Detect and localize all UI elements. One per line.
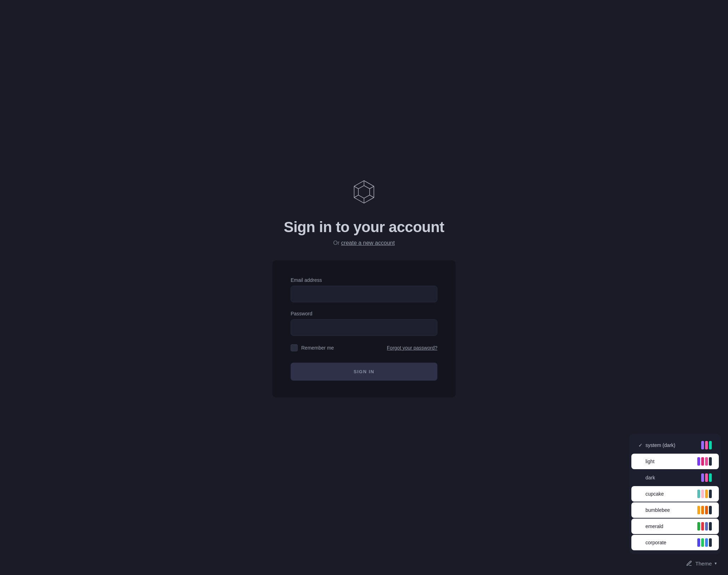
color-swatch [697, 538, 700, 547]
color-swatch [701, 522, 704, 531]
svg-line-7 [354, 186, 358, 189]
login-form-card: Email address Password Remember me Forgo… [272, 260, 456, 398]
password-group: Password [291, 311, 437, 336]
color-swatch [709, 522, 712, 531]
theme-panel: ✓system (dark)lightdarkcupcakebumblebeee… [629, 434, 721, 554]
subtitle-prefix: Or [333, 240, 341, 246]
theme-swatches [697, 522, 712, 531]
theme-item-label: bumblebee [644, 507, 697, 513]
theme-toggle-button[interactable]: Theme ▾ [682, 557, 721, 569]
email-group: Email address [291, 277, 437, 302]
password-input[interactable] [291, 319, 437, 336]
logo-container [350, 178, 378, 207]
color-swatch [705, 441, 708, 449]
color-swatch [697, 490, 700, 498]
theme-item-corporate[interactable]: corporate [631, 535, 719, 550]
theme-item-dark[interactable]: dark [631, 470, 719, 485]
color-swatch [709, 441, 712, 449]
theme-item-label: emerald [644, 523, 697, 529]
color-swatch [701, 538, 704, 547]
svg-marker-1 [358, 186, 370, 198]
color-swatch [705, 538, 708, 547]
color-swatch [697, 506, 700, 514]
svg-line-3 [370, 186, 374, 189]
theme-label: Theme [695, 561, 712, 567]
theme-item-system-dark[interactable]: ✓system (dark) [631, 437, 719, 453]
chevron-down-icon: ▾ [715, 561, 717, 566]
login-page: Sign in to your account Or create a new … [265, 164, 463, 412]
check-icon: ✓ [638, 442, 644, 448]
color-swatch [705, 457, 708, 466]
color-swatch [709, 473, 712, 482]
color-swatch [701, 490, 704, 498]
color-swatch [701, 441, 704, 449]
theme-item-cupcake[interactable]: cupcake [631, 486, 719, 502]
page-title: Sign in to your account [284, 219, 444, 236]
password-label: Password [291, 311, 437, 316]
theme-swatches [697, 506, 712, 514]
theme-item-label: system (dark) [644, 442, 701, 448]
theme-item-label: dark [644, 475, 701, 480]
color-swatch [705, 522, 708, 531]
color-swatch [697, 457, 700, 466]
theme-item-label: light [644, 459, 697, 464]
theme-swatches [701, 473, 712, 482]
color-swatch [701, 457, 704, 466]
theme-swatches [697, 538, 712, 547]
email-input[interactable] [291, 286, 437, 302]
remember-me-label[interactable]: Remember me [291, 344, 334, 351]
theme-item-label: cupcake [644, 491, 697, 497]
theme-swatches [697, 457, 712, 466]
theme-item-bumblebee[interactable]: bumblebee [631, 502, 719, 518]
color-swatch [697, 522, 700, 531]
theme-icon [686, 560, 692, 567]
color-swatch [705, 506, 708, 514]
theme-swatches [697, 490, 712, 498]
subtitle: Or create a new account [333, 240, 395, 246]
remember-me-checkbox[interactable] [291, 344, 298, 351]
sign-in-button[interactable]: SIGN IN [291, 363, 437, 381]
email-label: Email address [291, 277, 437, 283]
form-options-row: Remember me Forgot your password? [291, 344, 437, 351]
color-swatch [709, 457, 712, 466]
color-swatch [705, 490, 708, 498]
svg-line-4 [370, 195, 374, 198]
theme-swatches [701, 441, 712, 449]
color-swatch [701, 506, 704, 514]
color-swatch [709, 538, 712, 547]
remember-me-text: Remember me [301, 345, 334, 351]
color-swatch [701, 473, 704, 482]
color-swatch [705, 473, 708, 482]
laravel-logo [350, 178, 378, 206]
theme-item-light[interactable]: light [631, 454, 719, 469]
color-swatch [709, 506, 712, 514]
theme-item-label: corporate [644, 540, 697, 545]
forgot-password-link[interactable]: Forgot your password? [387, 345, 437, 351]
theme-item-emerald[interactable]: emerald [631, 519, 719, 534]
create-account-link[interactable]: create a new account [341, 240, 395, 246]
color-swatch [709, 490, 712, 498]
svg-line-6 [354, 195, 358, 198]
